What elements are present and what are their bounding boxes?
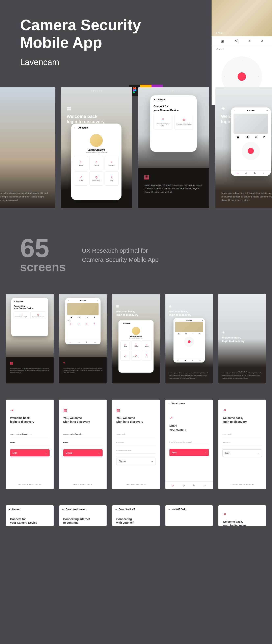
qr-block: ▦ Lorem ipsum dolor sit amet, consectetu…: [138, 168, 209, 208]
screen-welcome-plain: ◈Welcome back,login to discovery Lorem i…: [218, 294, 266, 384]
count-word: screens: [20, 260, 66, 274]
svg-point-4: [133, 91, 135, 93]
svg-point-3: [134, 89, 136, 91]
record-button[interactable]: [236, 71, 247, 82]
footer-link[interactable]: Have an account? Sign up: [59, 484, 107, 485]
wifi-icon: ⌔: [155, 118, 171, 122]
speaker-icon[interactable]: 🕬: [234, 39, 238, 43]
login-body: ⇥Welcome back,login to discoveryYour Ema…: [218, 400, 266, 465]
account-grid: ▷Media △Waring ☺Account ↗Share ◔Notifica…: [71, 156, 122, 186]
camera-thumb: [234, 114, 268, 134]
cell-notification[interactable]: ◔Notification: [89, 172, 103, 186]
footer-link[interactable]: Don't have an account? Sign up: [218, 484, 266, 485]
cell-media[interactable]: ▷Media: [74, 156, 88, 170]
icon[interactable]: ⧇: [255, 136, 257, 139]
bell-icon[interactable]: ◔: [246, 172, 247, 174]
wifi-icon: ⌔: [15, 313, 28, 316]
connect-title: Connecting internetto continue: [59, 517, 107, 524]
form-icon: ⇥: [10, 408, 50, 412]
password-field[interactable]: ••••••••: [10, 440, 50, 445]
account-email: lavencreative@gmail.com: [71, 151, 122, 153]
submit-button[interactable]: Login→: [222, 449, 262, 457]
confirm-field[interactable]: Confirm Password: [116, 448, 156, 454]
password-field[interactable]: Password: [116, 440, 156, 445]
play-icon[interactable]: ▷: [237, 172, 238, 174]
close-icon[interactable]: ✕: [154, 98, 155, 101]
cell-account[interactable]: ☺Account: [104, 156, 119, 170]
video-icon[interactable]: ⧮: [261, 39, 263, 43]
bell-icon[interactable]: ◔: [182, 484, 184, 487]
play-icon[interactable]: ▷: [172, 484, 174, 487]
login-body: ▦You, welcomeSign in to discoveryLavencr…: [59, 400, 107, 464]
back-icon[interactable]: ←: [74, 126, 76, 129]
arrow-up-icon[interactable]: ⌃: [241, 59, 243, 62]
back-icon[interactable]: ←: [120, 322, 122, 324]
arrow-right-icon[interactable]: ›: [258, 75, 259, 78]
submit-button[interactable]: Login→: [10, 449, 50, 456]
login-body: ⇥Welcome back,login to discoveryLavencre…: [6, 400, 54, 464]
footer-link[interactable]: Don't have an account? Sign up: [6, 484, 54, 485]
email-field[interactable]: Input phone number or mail: [170, 440, 209, 445]
screen-connect: ✕Connect Connect for your Camera Device …: [6, 294, 54, 384]
camera-icon[interactable]: ⧇: [248, 39, 250, 43]
user-icon[interactable]: ☺: [263, 172, 265, 174]
account-name: Laven Creative: [71, 148, 122, 151]
globe-icon: ⊛: [176, 118, 192, 122]
submit-button[interactable]: Send→: [170, 449, 209, 456]
opt-wifi[interactable]: ⌔Connect with your Wifi: [154, 115, 172, 130]
kitchen-label: Kitchen: [247, 110, 255, 112]
screens-grid-row1: ✕Connect Connect for your Camera Device …: [0, 286, 272, 392]
email-field[interactable]: Your Email: [116, 432, 156, 437]
form-icon: ⇥: [222, 512, 262, 516]
target-icon: ◈: [222, 330, 244, 334]
footer-link[interactable]: Have an account? Sign up: [112, 484, 160, 485]
opt-internet[interactable]: ⊛Connect with internet: [174, 115, 194, 130]
email-field[interactable]: Lavencreative@gmail.co: [63, 432, 103, 437]
icon[interactable]: 🕬: [246, 136, 249, 139]
control-label: Control: [212, 46, 272, 52]
form-icon: ▦: [63, 408, 103, 412]
form-title: Welcome back,login to discovery: [222, 416, 262, 423]
connect-screen: ←Connect with internetConnecting interne…: [59, 505, 107, 526]
phone-connect: ✕Connect Connect for your Camera Device …: [150, 95, 197, 152]
screen-kitchen: ←Kitchen☺ ▣🕬⧇⧮ 16:20 ▷↗◔↻ ▷◔↻☺ ⧇Lorem ip…: [59, 294, 107, 384]
user-icon[interactable]: ☺: [266, 110, 268, 112]
back-icon[interactable]: ←: [234, 110, 236, 112]
hd-icon[interactable]: ▣: [221, 39, 224, 43]
user-icon[interactable]: ☺: [204, 484, 206, 487]
email-field[interactable]: Your Email: [222, 432, 262, 437]
login-body: ↗Shareyour cameraInput phone number or m…: [166, 408, 213, 464]
welcome-block: ▦ Welcome back, login to discovery: [67, 106, 104, 124]
hero-section: Camera Security Mobile App Lavencam Xd 1…: [0, 0, 272, 79]
card-welcome-account: ▦ Welcome back, login to discovery ←Acco…: [61, 87, 132, 208]
cell-help[interactable]: ?Help: [104, 172, 119, 186]
screens-count-section: 65 screens UX Research optimal for Camer…: [0, 216, 272, 286]
avatar: [90, 134, 103, 147]
form-icon: ▦: [116, 408, 156, 412]
back-icon[interactable]: ✕: [9, 508, 10, 510]
email-field[interactable]: Lavencreative@gmail.com: [10, 432, 50, 437]
icon[interactable]: ▣: [236, 136, 240, 139]
record-button[interactable]: [247, 147, 255, 155]
refresh-icon[interactable]: ↻: [254, 172, 256, 174]
arrow-left-icon[interactable]: ‹: [224, 75, 225, 78]
password-field[interactable]: Password: [222, 440, 262, 445]
close-icon[interactable]: ✕: [14, 300, 15, 302]
password-field[interactable]: ••••••••: [63, 440, 103, 445]
login-body: ▦You, welcomeSign in to discoveryYour Em…: [112, 400, 160, 473]
submit-button[interactable]: Sign up→: [116, 458, 156, 465]
back-icon[interactable]: ←: [67, 300, 69, 302]
back-icon[interactable]: ←: [115, 508, 117, 510]
back-icon[interactable]: ←: [168, 402, 170, 404]
cell-share[interactable]: ↗Share: [74, 172, 88, 186]
back-icon[interactable]: ←: [168, 508, 170, 510]
submit-button[interactable]: Sign up→: [63, 449, 103, 456]
back-icon[interactable]: ←: [62, 508, 64, 510]
connect-screen: ⇥Welcome back,login to discovery: [218, 505, 266, 526]
icon[interactable]: ⧮: [264, 136, 265, 139]
user-icon: ☺: [110, 160, 113, 164]
refresh-icon[interactable]: ↻: [193, 484, 195, 487]
qr-icon: ▦: [144, 174, 204, 180]
camera-icon: ⧇: [63, 361, 103, 365]
cell-warning[interactable]: △Waring: [89, 156, 103, 170]
